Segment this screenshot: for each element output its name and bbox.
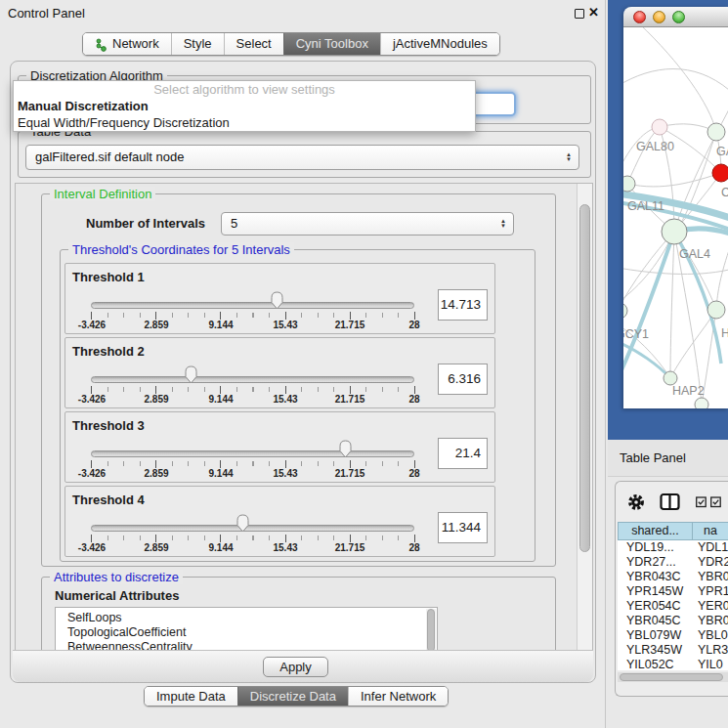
node-gal4[interactable]: [662, 219, 687, 244]
column-header-shared-name[interactable]: shared...: [618, 522, 693, 540]
table-row[interactable]: YDR27...YDR2: [618, 555, 728, 570]
node[interactable]: [707, 301, 725, 319]
tick-label: 21.715: [335, 542, 365, 553]
tick-label: 21.715: [335, 468, 365, 479]
threshold-1-box: Threshold 1 -3.426 2.859 9.144 15.43 21.…: [64, 263, 495, 334]
table-row[interactable]: YBL079WYBL0: [618, 628, 728, 643]
settings-scrollbar-track[interactable]: [577, 184, 592, 650]
tab-style[interactable]: Style: [171, 33, 224, 55]
slider-ticks: [91, 386, 415, 394]
threshold-1-slider-thumb[interactable]: [270, 291, 284, 310]
node-hap2[interactable]: [664, 371, 677, 385]
gear-icon[interactable]: [626, 492, 646, 512]
threshold-3-value-field[interactable]: 21.4: [438, 438, 488, 469]
combo-stepper-icon: ▲▼: [566, 152, 572, 162]
tick-label: 28: [408, 394, 419, 405]
threshold-3-slider-thumb[interactable]: [338, 440, 353, 458]
threshold-2-slider-track[interactable]: [91, 376, 414, 383]
tick-label: 9.144: [208, 542, 233, 553]
node-label: GAL4: [679, 247, 710, 261]
network-canvas[interactable]: GAL80 GA C GAL11 GAL4 GCY1 H HAP2: [623, 27, 728, 408]
network-window-titlebar[interactable]: [623, 7, 728, 27]
node-gcy1[interactable]: [623, 303, 627, 319]
table-row[interactable]: YBR045CYBR0: [618, 614, 728, 628]
dropdown-placeholder-option[interactable]: Select algorithm to view settings: [14, 81, 475, 98]
table-horizontal-scrollbar[interactable]: [618, 672, 728, 682]
tick-label: 15.43: [273, 542, 297, 553]
group-threshold-coordinates: Threshold's Coordinates for 5 Intervals …: [60, 249, 535, 562]
panel-title: Control Panel: [8, 6, 85, 21]
tick-label: 2.859: [144, 320, 168, 330]
tab-select[interactable]: Select: [224, 33, 283, 55]
threshold-2-slider-thumb[interactable]: [184, 365, 198, 384]
close-traffic-light[interactable]: [633, 11, 646, 23]
table-panel-title: Table Panel: [620, 450, 686, 465]
list-item[interactable]: SelfLoops: [56, 611, 437, 625]
node[interactable]: [707, 123, 725, 141]
tick-label: 15.43: [273, 320, 297, 330]
tab-cyni-toolbox[interactable]: Cyni Toolbox: [283, 33, 380, 55]
table-header: shared... na: [618, 522, 728, 540]
threshold-2-value-field[interactable]: 6.316: [438, 364, 488, 395]
settings-scrollbar-thumb[interactable]: [579, 204, 590, 552]
split-columns-icon[interactable]: [660, 492, 680, 511]
network-nodes: [623, 119, 728, 408]
table-row[interactable]: YBR043CYBR0: [618, 570, 728, 584]
threshold-1-label: Threshold 1: [72, 270, 145, 284]
float-window-icon[interactable]: [575, 9, 584, 19]
list-item[interactable]: TopologicalCoefficient: [56, 625, 437, 640]
tab-impute-data[interactable]: Impute Data: [145, 687, 237, 706]
tick-label: 15.43: [273, 394, 297, 405]
tab-network[interactable]: Network: [83, 33, 171, 55]
table-row[interactable]: YPR145WYPR1: [618, 584, 728, 599]
tab-jactivemnodules[interactable]: jActiveMNodules: [380, 33, 499, 55]
apply-button[interactable]: Apply: [263, 657, 328, 677]
threshold-4-slider-track[interactable]: [91, 525, 414, 532]
close-icon[interactable]: ✕: [588, 5, 599, 20]
node-selected-red[interactable]: [712, 164, 728, 182]
tab-discretize-data[interactable]: Discretize Data: [237, 687, 348, 706]
node-label: GCY1: [623, 327, 649, 341]
node-gal80[interactable]: [652, 119, 667, 135]
table-row[interactable]: YER054CYER0: [618, 599, 728, 614]
threshold-4-label: Threshold 4: [72, 492, 145, 507]
node-gal11[interactable]: [623, 176, 635, 192]
zoom-traffic-light[interactable]: [672, 11, 685, 23]
network-view-window: GAL80 GA C GAL11 GAL4 GCY1 H HAP2: [623, 7, 728, 408]
tab-network-label: Network: [112, 33, 159, 55]
threshold-1-value-field[interactable]: 14.713: [438, 289, 488, 321]
tick-label: 9.144: [208, 320, 233, 330]
table-row[interactable]: YIL052CYIL0: [618, 658, 728, 670]
threshold-3-slider-track[interactable]: [91, 450, 414, 457]
tick-label: 21.715: [335, 320, 365, 330]
control-panel-titlebar: Control Panel ✕: [0, 0, 605, 25]
table-data-combobox[interactable]: galFiltered.sif default node ▲▼: [25, 145, 579, 170]
threshold-4-value-field[interactable]: 11.344: [438, 512, 488, 543]
node[interactable]: [695, 398, 708, 408]
group-title-attributes: Attributes to discretize: [50, 570, 183, 584]
table-panel-titlebar: Table Panel: [608, 440, 728, 477]
group-interval-definition: Interval Definition Number of Intervals …: [41, 193, 556, 567]
threshold-4-slider-thumb[interactable]: [236, 514, 250, 533]
numerical-attributes-list[interactable]: SelfLoops TopologicalCoefficient Between…: [55, 607, 438, 651]
tick-label: 2.859: [144, 394, 168, 405]
number-of-intervals-combobox[interactable]: 5 ▲▼: [221, 212, 514, 236]
tick-label: 9.144: [208, 394, 233, 405]
checkboxes-icon[interactable]: [696, 496, 723, 508]
tick-label: 28: [408, 320, 419, 330]
tab-infer-network[interactable]: Infer Network: [348, 687, 448, 706]
number-of-intervals-value: 5: [231, 216, 237, 231]
threshold-2-label: Threshold 2: [72, 344, 145, 359]
dropdown-option-equal-width-frequency[interactable]: Equal Width/Frequency Discretization: [14, 114, 475, 131]
dropdown-option-manual-discretization[interactable]: Manual Discretization: [14, 98, 475, 114]
table-row[interactable]: YLR345WYLR3: [618, 643, 728, 658]
tick-label: -3.426: [78, 468, 106, 479]
apply-bar: Apply: [13, 650, 593, 682]
column-header-name[interactable]: na: [693, 522, 728, 540]
group-title-threshold-coordinates: Threshold's Coordinates for 5 Intervals: [68, 242, 294, 257]
list-scrollbar[interactable]: [426, 609, 436, 651]
table-row[interactable]: YDL19...YDL1: [618, 540, 728, 555]
threshold-1-slider-track[interactable]: [91, 302, 414, 309]
tick-label: 21.715: [335, 394, 365, 405]
minimize-traffic-light[interactable]: [653, 11, 665, 23]
